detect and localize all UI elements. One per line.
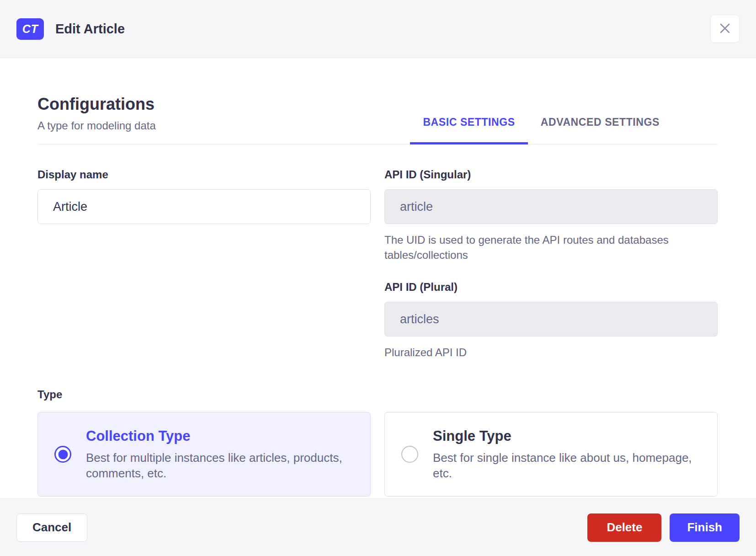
page-title: Configurations bbox=[37, 95, 156, 114]
form-column-left: Display name bbox=[37, 168, 371, 360]
configuration-form: Display name API ID (Singular) The UID i… bbox=[37, 168, 718, 360]
delete-button[interactable]: Delete bbox=[587, 513, 661, 542]
type-section: Type Collection Type Best for multiple i… bbox=[37, 388, 718, 497]
single-type-text: Single Type Best for single instance lik… bbox=[433, 428, 699, 481]
collection-type-option[interactable]: Collection Type Best for multiple instan… bbox=[37, 412, 371, 497]
type-label: Type bbox=[37, 388, 718, 401]
modal-body: Configurations A type for modeling data … bbox=[0, 58, 756, 498]
single-type-title: Single Type bbox=[433, 428, 699, 444]
api-id-singular-hint: The UID is used to generate the API rout… bbox=[384, 232, 695, 262]
form-column-right: API ID (Singular) The UID is used to gen… bbox=[384, 168, 718, 360]
settings-tabs: BASIC SETTINGS ADVANCED SETTINGS bbox=[410, 116, 672, 144]
content-type-badge: CT bbox=[16, 18, 44, 40]
api-id-plural-field-group: API ID (Plural) Pluralized API ID bbox=[384, 281, 718, 360]
type-options: Collection Type Best for multiple instan… bbox=[37, 412, 718, 497]
single-type-option[interactable]: Single Type Best for single instance lik… bbox=[384, 412, 718, 497]
configurations-header-row: Configurations A type for modeling data … bbox=[37, 95, 718, 144]
api-id-plural-label: API ID (Plural) bbox=[384, 281, 718, 294]
api-id-plural-hint: Pluralized API ID bbox=[384, 345, 695, 360]
cancel-button[interactable]: Cancel bbox=[16, 513, 87, 542]
finish-button[interactable]: Finish bbox=[670, 513, 740, 542]
content-type-badge-label: CT bbox=[22, 22, 38, 36]
page-subtitle: A type for modeling data bbox=[37, 119, 156, 132]
collection-type-text: Collection Type Best for multiple instan… bbox=[86, 428, 352, 481]
tab-advanced-settings[interactable]: ADVANCED SETTINGS bbox=[528, 116, 672, 144]
single-type-radio-icon[interactable] bbox=[401, 446, 418, 463]
modal-footer: Cancel Delete Finish bbox=[0, 498, 756, 556]
api-id-plural-input bbox=[384, 302, 718, 337]
collection-type-radio-icon[interactable] bbox=[54, 446, 71, 463]
collection-type-description: Best for multiple instances like article… bbox=[86, 450, 352, 481]
close-button[interactable] bbox=[710, 15, 740, 43]
display-name-field-group: Display name bbox=[37, 168, 371, 224]
api-id-singular-field-group: API ID (Singular) The UID is used to gen… bbox=[384, 168, 718, 262]
close-icon bbox=[718, 21, 732, 37]
display-name-label: Display name bbox=[37, 168, 371, 181]
tab-basic-settings[interactable]: BASIC SETTINGS bbox=[410, 116, 527, 144]
api-id-singular-label: API ID (Singular) bbox=[384, 168, 718, 181]
single-type-description: Best for single instance like about us, … bbox=[433, 450, 699, 481]
configurations-heading: Configurations A type for modeling data bbox=[37, 95, 156, 144]
display-name-input[interactable] bbox=[37, 189, 371, 224]
collection-type-title: Collection Type bbox=[86, 428, 352, 444]
modal-header: CT Edit Article bbox=[0, 0, 756, 58]
modal-title: Edit Article bbox=[55, 21, 125, 37]
api-id-singular-input bbox=[384, 189, 718, 224]
